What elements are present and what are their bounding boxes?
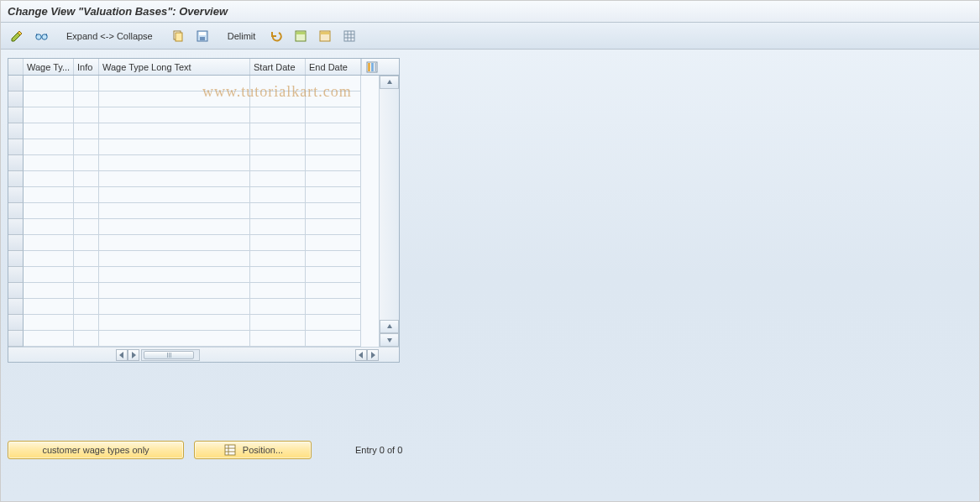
horizontal-scrollbar[interactable]	[8, 347, 399, 362]
col-end-date[interactable]: End Date	[306, 59, 361, 75]
table-row[interactable]	[8, 315, 379, 331]
scroll-right-step-button[interactable]	[128, 349, 139, 361]
cell-end-date[interactable]	[306, 315, 361, 331]
cell-info[interactable]	[74, 107, 99, 123]
table-row[interactable]	[8, 299, 379, 315]
cell-end-date[interactable]	[306, 123, 361, 139]
cell-long-text[interactable]	[99, 107, 250, 123]
table-row[interactable]	[8, 76, 379, 92]
cell-long-text[interactable]	[99, 155, 250, 171]
table-row[interactable]	[8, 139, 379, 155]
cell-wage-type[interactable]	[24, 107, 74, 123]
table-row[interactable]	[8, 155, 379, 171]
cell-long-text[interactable]	[99, 76, 250, 92]
table-row[interactable]	[8, 235, 379, 251]
cell-start-date[interactable]	[250, 299, 306, 315]
cell-wage-type[interactable]	[24, 283, 74, 299]
table-row[interactable]	[8, 267, 379, 283]
cell-wage-type[interactable]	[24, 267, 74, 283]
cell-wage-type[interactable]	[24, 155, 74, 171]
select-all-column[interactable]	[8, 59, 24, 75]
row-selector[interactable]	[8, 107, 24, 123]
cell-info[interactable]	[74, 267, 99, 283]
expand-collapse-button[interactable]: Expand <-> Collapse	[59, 27, 160, 45]
cell-info[interactable]	[74, 171, 99, 187]
cell-info[interactable]	[74, 251, 99, 267]
row-selector[interactable]	[8, 267, 24, 283]
scroll-down-button[interactable]	[380, 333, 399, 347]
cell-start-date[interactable]	[250, 171, 306, 187]
row-selector[interactable]	[8, 251, 24, 267]
cell-wage-type[interactable]	[24, 203, 74, 219]
cell-end-date[interactable]	[306, 235, 361, 251]
delimit-button[interactable]: Delimit	[220, 27, 264, 45]
cell-start-date[interactable]	[250, 315, 306, 331]
cell-info[interactable]	[74, 283, 99, 299]
cell-info[interactable]	[74, 139, 99, 155]
row-selector[interactable]	[8, 123, 24, 139]
row-selector[interactable]	[8, 92, 24, 107]
cell-end-date[interactable]	[306, 219, 361, 235]
cell-end-date[interactable]	[306, 92, 361, 107]
cell-start-date[interactable]	[250, 92, 306, 107]
cell-start-date[interactable]	[250, 267, 306, 283]
row-selector[interactable]	[8, 155, 24, 171]
col-info[interactable]: Info	[74, 59, 99, 75]
table-row[interactable]	[8, 92, 379, 107]
cell-long-text[interactable]	[99, 235, 250, 251]
cell-info[interactable]	[74, 203, 99, 219]
cell-start-date[interactable]	[250, 203, 306, 219]
table-row[interactable]	[8, 187, 379, 203]
cell-end-date[interactable]	[306, 299, 361, 315]
scroll-right-button[interactable]	[367, 349, 379, 361]
table-settings-button[interactable]	[338, 27, 360, 45]
configure-columns-button[interactable]	[361, 59, 381, 75]
row-selector[interactable]	[8, 283, 24, 299]
cell-wage-type[interactable]	[24, 251, 74, 267]
cell-wage-type[interactable]	[24, 76, 74, 92]
cell-long-text[interactable]	[99, 331, 250, 347]
cell-info[interactable]	[74, 235, 99, 251]
cell-start-date[interactable]	[250, 76, 306, 92]
cell-end-date[interactable]	[306, 267, 361, 283]
cell-start-date[interactable]	[250, 107, 306, 123]
table-row[interactable]	[8, 123, 379, 139]
row-selector[interactable]	[8, 171, 24, 187]
cell-wage-type[interactable]	[24, 219, 74, 235]
cell-end-date[interactable]	[306, 139, 361, 155]
toggle-edit-button[interactable]	[6, 27, 28, 45]
cell-end-date[interactable]	[306, 283, 361, 299]
cell-wage-type[interactable]	[24, 92, 74, 107]
cell-long-text[interactable]	[99, 267, 250, 283]
customer-wage-types-button[interactable]: customer wage types only	[8, 441, 184, 459]
table-row[interactable]	[8, 251, 379, 267]
undo-button[interactable]	[265, 27, 287, 45]
cell-info[interactable]	[74, 123, 99, 139]
cell-start-date[interactable]	[250, 187, 306, 203]
cell-end-date[interactable]	[306, 76, 361, 92]
cell-end-date[interactable]	[306, 171, 361, 187]
row-selector[interactable]	[8, 187, 24, 203]
cell-info[interactable]	[74, 299, 99, 315]
cell-long-text[interactable]	[99, 283, 250, 299]
cell-long-text[interactable]	[99, 187, 250, 203]
row-selector[interactable]	[8, 235, 24, 251]
cell-end-date[interactable]	[306, 251, 361, 267]
cell-long-text[interactable]	[99, 251, 250, 267]
cell-long-text[interactable]	[99, 92, 250, 107]
cell-wage-type[interactable]	[24, 331, 74, 347]
table-row[interactable]	[8, 107, 379, 123]
cell-end-date[interactable]	[306, 203, 361, 219]
vertical-scrollbar[interactable]	[379, 76, 399, 347]
glasses-button[interactable]	[30, 27, 52, 45]
cell-wage-type[interactable]	[24, 123, 74, 139]
deselect-all-button[interactable]	[314, 27, 336, 45]
cell-long-text[interactable]	[99, 203, 250, 219]
cell-info[interactable]	[74, 92, 99, 107]
cell-start-date[interactable]	[250, 283, 306, 299]
save-variant-button[interactable]	[191, 27, 213, 45]
scroll-up-button[interactable]	[380, 76, 399, 89]
select-all-button[interactable]	[290, 27, 312, 45]
cell-start-date[interactable]	[250, 331, 306, 347]
position-button[interactable]: Position...	[194, 441, 312, 459]
